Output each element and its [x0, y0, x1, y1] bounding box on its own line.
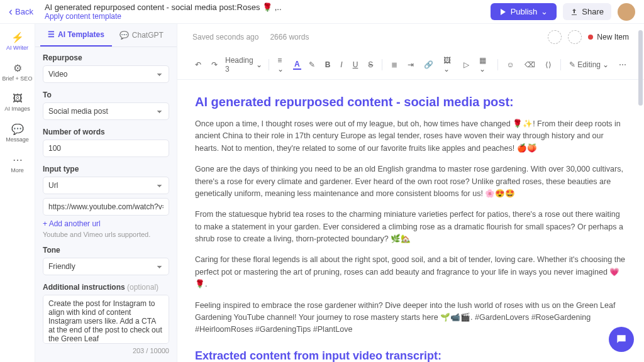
emoji-button[interactable]: ☺	[504, 58, 516, 71]
tab-chatgpt[interactable]: 💬ChatGPT	[112, 24, 171, 47]
mode-select[interactable]: ✎ Editing ⌄	[567, 58, 611, 71]
italic-button[interactable]: I	[338, 58, 345, 71]
content-p: Caring for these floral legends is all a…	[195, 254, 626, 290]
rail-more[interactable]: ⋯More	[0, 154, 35, 173]
words-input[interactable]	[43, 140, 169, 157]
rail-brief-seo[interactable]: ⚙Brief + SEO	[0, 62, 35, 82]
additional-textarea[interactable]: Create the post for Instagram to align w…	[43, 295, 169, 344]
content-p: Feeling inspired to embrace the rose gar…	[195, 300, 626, 336]
highlight-button[interactable]: ✎	[306, 58, 318, 71]
repurpose-label: Repurpose	[43, 53, 169, 62]
page-title: AI generated repurposed content - social…	[45, 3, 491, 12]
image-button[interactable]: 🖼 ⌄	[441, 54, 456, 75]
rail-ai-images[interactable]: 🖼AI Images	[0, 93, 35, 112]
content-body[interactable]: AI generated repurposed content - social…	[177, 80, 644, 362]
table-button[interactable]: ▦ ⌄	[477, 54, 491, 75]
top-actions: Publish ⌄ Share	[491, 3, 635, 21]
sidebar-tabs: ☰AI Templates 💬ChatGPT	[35, 24, 177, 47]
message-icon: 💬	[11, 123, 24, 135]
content-h1: AI generated repurposed content - social…	[195, 92, 626, 112]
bolt-icon: ⚡	[11, 31, 24, 43]
words-label: Number of words	[43, 128, 169, 136]
additional-label: Additional instructions (optional)	[43, 283, 169, 292]
chat-icon: 💬	[119, 31, 129, 40]
topbar: Back AI generated repurposed content - s…	[0, 0, 644, 24]
link-button[interactable]: 🔗	[421, 58, 436, 71]
content-p: Once upon a time, I thought roses were o…	[195, 118, 626, 155]
code-button[interactable]: ⟨⟩	[543, 58, 554, 71]
repurpose-select[interactable]: Video	[43, 65, 169, 83]
rail-ai-writer[interactable]: ⚡AI Writer	[0, 31, 35, 51]
play-icon	[499, 8, 507, 16]
to-label: To	[43, 90, 169, 99]
url-hint: Youtube and Vimeo urls supported.	[43, 231, 169, 238]
chevron-down-icon: ⌄	[541, 7, 548, 16]
avatar[interactable]	[618, 3, 635, 21]
apply-template-link[interactable]: Apply content template	[45, 12, 491, 21]
tone-label: Tone	[43, 246, 169, 255]
char-count: 203 / 10000	[43, 347, 169, 354]
publish-button[interactable]: Publish ⌄	[491, 3, 557, 20]
word-count: 2666 words	[270, 33, 309, 41]
editor-toolbar: ↶ ↷ Heading 3 ⌄ ≡ ⌄ A ✎ B I U S ≣ ⇥ 🔗 🖼 …	[177, 50, 644, 80]
chat-icon	[615, 333, 628, 346]
back-button[interactable]: Back	[9, 5, 33, 18]
new-item-badge[interactable]: New Item	[588, 33, 629, 41]
input-type-select[interactable]: Url	[43, 177, 169, 194]
nav-rail: ⚡AI Writer ⚙Brief + SEO 🖼AI Images 💬Mess…	[0, 24, 35, 362]
chevron-down-icon: ⌄	[256, 60, 262, 69]
redo-button[interactable]: ↷	[209, 58, 220, 71]
rail-message[interactable]: 💬Message	[0, 123, 35, 143]
tone-select[interactable]: Friendly	[43, 258, 169, 275]
list-button[interactable]: ≣	[389, 58, 400, 71]
upload-icon	[570, 8, 578, 16]
content-p: From the statuesque hybrid tea roses to …	[195, 209, 626, 245]
add-url-link[interactable]: Add another url	[43, 219, 169, 228]
underline-button[interactable]: U	[350, 58, 361, 71]
heading-select[interactable]: Heading 3 ⌄	[225, 56, 262, 74]
add-tag[interactable]	[568, 30, 582, 44]
indent-button[interactable]: ⇥	[405, 58, 416, 71]
undo-button[interactable]: ↶	[192, 58, 204, 71]
text-color-button[interactable]: A	[293, 60, 301, 70]
bold-button[interactable]: B	[323, 58, 333, 71]
saved-status: Saved seconds ago	[192, 33, 258, 41]
help-chat-button[interactable]	[609, 327, 634, 352]
align-button[interactable]: ≡ ⌄	[275, 54, 288, 75]
video-button[interactable]: ▷	[461, 58, 472, 71]
url-input[interactable]	[43, 198, 169, 216]
sidebar: ☰AI Templates 💬ChatGPT Repurpose Video T…	[35, 24, 177, 362]
share-button[interactable]: Share	[563, 3, 611, 20]
scrollbar[interactable]	[638, 30, 643, 106]
tab-ai-templates[interactable]: ☰AI Templates	[40, 24, 112, 47]
editor: Saved seconds ago 2666 words New Item ↶ …	[177, 24, 644, 362]
strike-button[interactable]: S	[365, 58, 375, 71]
more-icon: ⋯	[13, 154, 23, 166]
to-select[interactable]: Social media post	[43, 102, 169, 120]
image-icon: 🖼	[13, 93, 23, 104]
content-p: Gone are the days of thinking you need t…	[195, 163, 626, 200]
gear-icon: ⚙	[13, 62, 22, 74]
more-button[interactable]: ⋯	[616, 58, 629, 71]
clear-button[interactable]: ⌫	[522, 58, 538, 71]
add-collaborator[interactable]	[548, 30, 562, 44]
input-type-label: Input type	[43, 165, 169, 173]
title-block: AI generated repurposed content - social…	[45, 3, 491, 21]
templates-icon: ☰	[48, 30, 55, 39]
content-h2: Extracted content from input video trans…	[195, 348, 626, 362]
